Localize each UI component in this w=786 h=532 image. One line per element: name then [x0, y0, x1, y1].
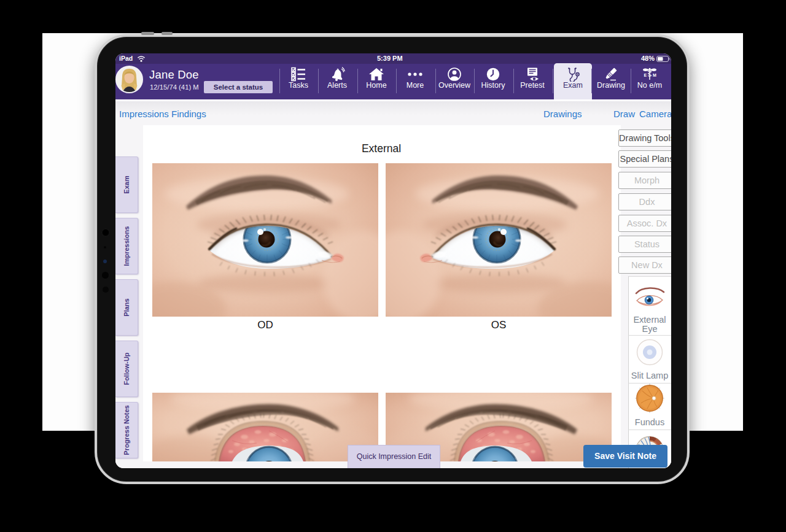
svg-text:E: E — [644, 73, 647, 77]
svg-text:M: M — [653, 73, 656, 77]
